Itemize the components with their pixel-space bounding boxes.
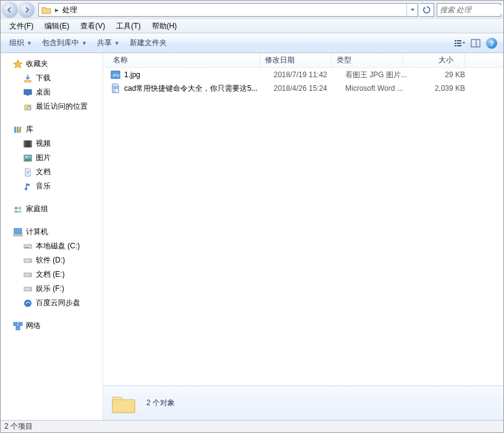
file-row[interactable]: Wcad常用快捷键命令大全，你只需要这5...2018/4/26 15:24Mi…	[103, 82, 503, 95]
content-area: 名称 修改日期 类型 大小 JPG1.jpg2018/7/19 11:42看图王…	[103, 53, 503, 420]
column-header-type[interactable]: 类型	[332, 53, 403, 67]
file-type: 看图王 JPG 图片...	[345, 70, 417, 80]
search-input[interactable]	[437, 6, 504, 14]
drive-icon	[23, 256, 33, 266]
sidebar-homegroup[interactable]: 家庭组	[1, 202, 103, 216]
organize-button[interactable]: 组织 ▼	[4, 35, 37, 51]
library-icon	[13, 125, 23, 135]
menu-edit[interactable]: 编辑(E)	[40, 19, 74, 33]
object-count: 2 个对象	[146, 398, 175, 408]
menu-tools[interactable]: 工具(T)	[111, 19, 145, 33]
menu-file[interactable]: 文件(F)	[4, 19, 38, 33]
svg-rect-16	[17, 127, 19, 133]
network-label: 网络	[26, 321, 41, 331]
sidebar-item-desktop[interactable]: 桌面	[1, 85, 103, 99]
drive-icon	[23, 284, 33, 294]
file-name: cad常用快捷键命令大全，你只需要这5...	[124, 83, 274, 94]
sidebar-computer[interactable]: 计算机	[1, 225, 103, 239]
chevron-down-icon: ▼	[114, 40, 120, 46]
sidebar-favorites[interactable]: 收藏夹	[1, 57, 103, 71]
file-type: Microsoft Word ...	[345, 84, 417, 93]
file-date: 2018/4/26 15:24	[274, 84, 345, 93]
menu-view[interactable]: 查看(V)	[75, 19, 110, 33]
svg-rect-7	[457, 45, 461, 46]
recent-icon	[23, 102, 33, 112]
sidebar-item-drive-d[interactable]: 软件 (D:)	[1, 253, 103, 267]
status-bar: 2 个项目	[1, 420, 503, 432]
file-list[interactable]: JPG1.jpg2018/7/19 11:42看图王 JPG 图片...29 K…	[103, 68, 503, 385]
svg-point-33	[30, 245, 31, 246]
sidebar-item-drive-e[interactable]: 文档 (E:)	[1, 267, 103, 282]
address-bar: ▸ 处理	[1, 1, 503, 19]
path-dropdown-button[interactable]	[406, 4, 418, 16]
share-button[interactable]: 共享 ▼	[92, 35, 125, 51]
svg-point-27	[15, 206, 18, 209]
collapse-icon	[4, 126, 12, 133]
svg-point-35	[30, 260, 31, 261]
path-segment[interactable]: 处理	[60, 4, 80, 16]
column-header-name[interactable]: 名称	[103, 53, 260, 67]
chevron-down-icon: ▼	[27, 40, 32, 46]
search-box[interactable]	[437, 3, 501, 17]
svg-text:JPG: JPG	[112, 74, 120, 77]
sidebar-item-label: 文档 (E:)	[36, 269, 65, 280]
sidebar-item-label: 最近访问的位置	[36, 101, 88, 112]
file-size: 2,039 KB	[417, 84, 472, 93]
folder-icon	[39, 4, 54, 16]
status-text: 2 个项目	[4, 421, 33, 432]
drive-icon	[23, 242, 33, 251]
refresh-button[interactable]	[419, 3, 434, 17]
sidebar-libraries[interactable]: 库	[1, 122, 103, 137]
svg-rect-42	[19, 322, 22, 326]
document-icon	[23, 167, 33, 177]
column-header-size[interactable]: 大小	[403, 53, 465, 67]
svg-point-40	[24, 300, 32, 307]
svg-rect-30	[14, 234, 22, 236]
file-name: 1.jpg	[124, 70, 274, 79]
sidebar-item-documents[interactable]: 文档	[1, 165, 103, 179]
svg-rect-3	[457, 40, 461, 41]
path-box[interactable]: ▸ 处理	[38, 3, 418, 17]
music-icon	[23, 182, 33, 191]
details-pane: 2 个对象	[103, 385, 503, 420]
sidebar-item-label: 本地磁盘 (C:)	[36, 241, 80, 251]
sidebar-item-pictures[interactable]: 图片	[1, 151, 103, 165]
svg-point-26	[25, 188, 27, 190]
picture-icon	[23, 153, 33, 163]
toolbar: 组织 ▼ 包含到库中 ▼ 共享 ▼ 新建文件夹 ?	[1, 33, 503, 53]
svg-point-28	[19, 206, 22, 209]
svg-rect-6	[455, 45, 456, 46]
sidebar-network[interactable]: 网络	[1, 319, 103, 333]
sidebar-item-videos[interactable]: 视频	[1, 137, 103, 151]
forward-button[interactable]	[19, 2, 35, 18]
preview-pane-button[interactable]	[468, 36, 484, 51]
column-header-date[interactable]: 修改日期	[260, 53, 332, 67]
sidebar-item-label: 文档	[36, 167, 51, 177]
path-separator-icon: ▸	[54, 6, 60, 14]
sidebar-item-baidu-sync[interactable]: 百度云同步盘	[1, 296, 103, 310]
svg-rect-8	[471, 40, 480, 47]
svg-text:W: W	[113, 89, 116, 93]
svg-point-39	[30, 288, 31, 290]
sidebar-item-label: 下载	[36, 73, 51, 83]
new-folder-button[interactable]: 新建文件夹	[125, 35, 172, 51]
include-in-library-button[interactable]: 包含到库中 ▼	[37, 35, 92, 51]
view-options-button[interactable]	[452, 36, 468, 51]
collapse-icon	[4, 322, 12, 330]
sidebar-item-music[interactable]: 音乐	[1, 179, 103, 193]
sidebar-item-recent[interactable]: 最近访问的位置	[1, 99, 103, 114]
sidebar-item-drive-c[interactable]: 本地磁盘 (C:)	[1, 239, 103, 253]
sidebar-item-downloads[interactable]: 下载	[1, 71, 103, 85]
svg-rect-2	[455, 40, 456, 41]
file-row[interactable]: JPG1.jpg2018/7/19 11:42看图王 JPG 图片...29 K…	[103, 68, 503, 82]
sidebar-item-label: 桌面	[36, 87, 51, 98]
back-button[interactable]	[2, 2, 18, 18]
svg-rect-5	[457, 43, 461, 44]
help-button[interactable]: ?	[484, 36, 500, 51]
download-icon	[23, 74, 33, 83]
nav-buttons	[2, 2, 35, 18]
large-folder-icon	[111, 392, 136, 414]
sidebar-item-drive-f[interactable]: 娱乐 (F:)	[1, 282, 103, 296]
sidebar-item-label: 音乐	[36, 181, 51, 191]
menu-help[interactable]: 帮助(H)	[147, 19, 182, 33]
